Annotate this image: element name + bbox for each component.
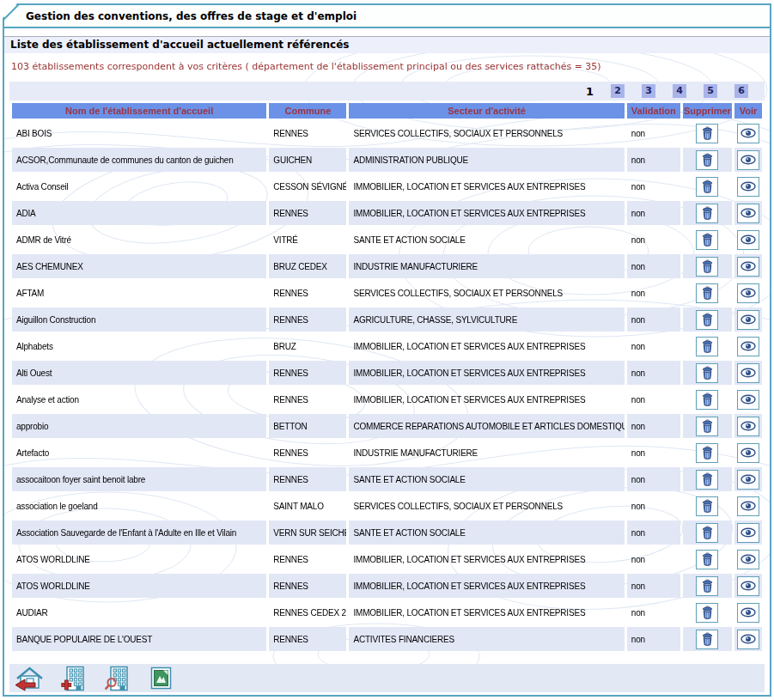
delete-button[interactable] xyxy=(696,576,718,596)
trash-icon xyxy=(701,180,714,194)
add-establishment-icon xyxy=(61,666,85,691)
delete-button[interactable] xyxy=(696,337,718,356)
view-button[interactable] xyxy=(737,204,759,223)
delete-button[interactable] xyxy=(696,523,718,543)
view-button[interactable] xyxy=(737,363,759,383)
cell-voir xyxy=(734,201,762,225)
view-button[interactable] xyxy=(737,496,759,516)
column-header-validation: Validation xyxy=(627,103,680,119)
delete-button[interactable] xyxy=(696,124,718,143)
cell-secteur: INDUSTRIE MANUFACTURIERE xyxy=(349,441,624,465)
home-back-button[interactable] xyxy=(13,665,46,692)
cell-secteur: IMMOBILIER, LOCATION ET SERVICES AUX ENT… xyxy=(349,334,624,358)
cell-supprimer xyxy=(683,387,732,411)
view-button[interactable] xyxy=(737,550,759,569)
eye-icon xyxy=(740,634,756,644)
trash-icon xyxy=(701,472,714,487)
table-row: Alphabets BRUZ IMMOBILIER, LOCATION ET S… xyxy=(12,334,762,358)
cell-nom: association le goeland xyxy=(12,494,266,518)
delete-button[interactable] xyxy=(696,443,718,463)
eye-icon xyxy=(740,607,756,618)
cell-validation: non xyxy=(627,387,680,411)
cell-nom: ATOS WORLDLINE xyxy=(12,574,266,598)
cell-nom: Association Sauvegarde de l'Enfant à l'A… xyxy=(12,520,266,545)
cell-nom: AUDIAR xyxy=(12,600,266,624)
cell-commune: RENNES CEDEX 2 xyxy=(269,600,346,624)
view-button[interactable] xyxy=(737,124,759,143)
cell-voir xyxy=(734,148,762,172)
view-button[interactable] xyxy=(737,310,759,330)
trash-icon xyxy=(701,632,714,647)
cell-commune: RENNES xyxy=(269,307,346,332)
cell-secteur: IMMOBILIER, LOCATION ET SERVICES AUX ENT… xyxy=(349,361,624,385)
cell-voir xyxy=(734,494,762,518)
view-button[interactable] xyxy=(737,576,759,596)
delete-button[interactable] xyxy=(696,257,718,277)
eye-icon xyxy=(740,155,756,165)
cell-commune: RENNES xyxy=(269,281,346,305)
view-button[interactable] xyxy=(737,150,759,170)
table-body: ABI BOIS RENNES SERVICES COLLECTIFS, SOC… xyxy=(12,121,762,651)
trash-icon xyxy=(701,313,714,327)
cell-voir xyxy=(734,627,762,651)
cell-supprimer xyxy=(683,361,732,385)
pagination-page-6[interactable]: 6 xyxy=(734,84,748,98)
cell-voir xyxy=(734,520,762,545)
view-button[interactable] xyxy=(737,177,759,197)
cell-secteur: ADMINISTRATION PUBLIQUE xyxy=(349,148,624,172)
cell-secteur: SANTE ET ACTION SOCIALE xyxy=(349,228,624,252)
pagination-page-2[interactable]: 2 xyxy=(611,84,625,98)
pagination-page-3[interactable]: 3 xyxy=(642,84,655,98)
view-button[interactable] xyxy=(737,417,759,436)
trash-icon xyxy=(701,339,714,354)
cell-nom: AES CHEMUNEX xyxy=(12,254,266,278)
delete-button[interactable] xyxy=(696,417,718,436)
cell-supprimer xyxy=(683,174,732,198)
add-establishment-button[interactable] xyxy=(57,665,89,692)
cell-validation: non xyxy=(627,414,680,438)
cell-voir xyxy=(734,254,762,278)
table-row: ABI BOIS RENNES SERVICES COLLECTIFS, SOC… xyxy=(12,121,762,145)
table-row: AUDIAR RENNES CEDEX 2 IMMOBILIER, LOCATI… xyxy=(12,600,762,624)
cell-commune: VITRÉ xyxy=(269,228,346,252)
cell-validation: non xyxy=(627,547,680,571)
delete-button[interactable] xyxy=(696,603,718,623)
search-establishments-icon xyxy=(105,666,129,691)
table-row: Alti Ouest RENNES IMMOBILIER, LOCATION E… xyxy=(12,361,762,385)
view-button[interactable] xyxy=(737,630,759,649)
delete-button[interactable] xyxy=(696,310,718,330)
table-row: AES CHEMUNEX BRUZ CEDEX INDUSTRIE MANUFA… xyxy=(12,254,762,278)
delete-button[interactable] xyxy=(696,177,718,197)
delete-button[interactable] xyxy=(696,363,718,383)
view-button[interactable] xyxy=(737,470,759,490)
delete-button[interactable] xyxy=(696,470,718,490)
view-button[interactable] xyxy=(737,523,759,543)
search-establishments-button[interactable] xyxy=(101,665,133,692)
pagination-page-5[interactable]: 5 xyxy=(704,84,717,98)
view-button[interactable] xyxy=(737,257,759,277)
delete-button[interactable] xyxy=(696,496,718,516)
view-button[interactable] xyxy=(737,230,759,250)
cell-secteur: AGRICULTURE, CHASSE, SYLVICULTURE xyxy=(349,307,624,332)
view-button[interactable] xyxy=(737,443,759,463)
delete-button[interactable] xyxy=(696,150,718,170)
pagination-page-4[interactable]: 4 xyxy=(673,84,686,98)
eye-icon xyxy=(740,421,756,431)
cell-commune: RENNES xyxy=(269,627,346,651)
delete-button[interactable] xyxy=(696,550,718,569)
delete-button[interactable] xyxy=(696,390,718,410)
view-button[interactable] xyxy=(737,283,759,303)
export-excel-button[interactable] xyxy=(144,665,177,692)
table-row: ATOS WORLDLINE RENNES IMMOBILIER, LOCATI… xyxy=(12,574,762,598)
table-row: assocaitoon foyer saint benoit labre REN… xyxy=(12,467,762,491)
delete-button[interactable] xyxy=(696,283,718,303)
delete-button[interactable] xyxy=(696,630,718,649)
view-button[interactable] xyxy=(737,390,759,410)
delete-button[interactable] xyxy=(696,204,718,223)
cell-secteur: IMMOBILIER, LOCATION ET SERVICES AUX ENT… xyxy=(349,547,624,571)
delete-button[interactable] xyxy=(696,230,718,250)
view-button[interactable] xyxy=(737,603,759,623)
column-header-commune: Commune xyxy=(269,103,346,119)
view-button[interactable] xyxy=(737,337,759,356)
cell-validation: non xyxy=(627,148,680,172)
